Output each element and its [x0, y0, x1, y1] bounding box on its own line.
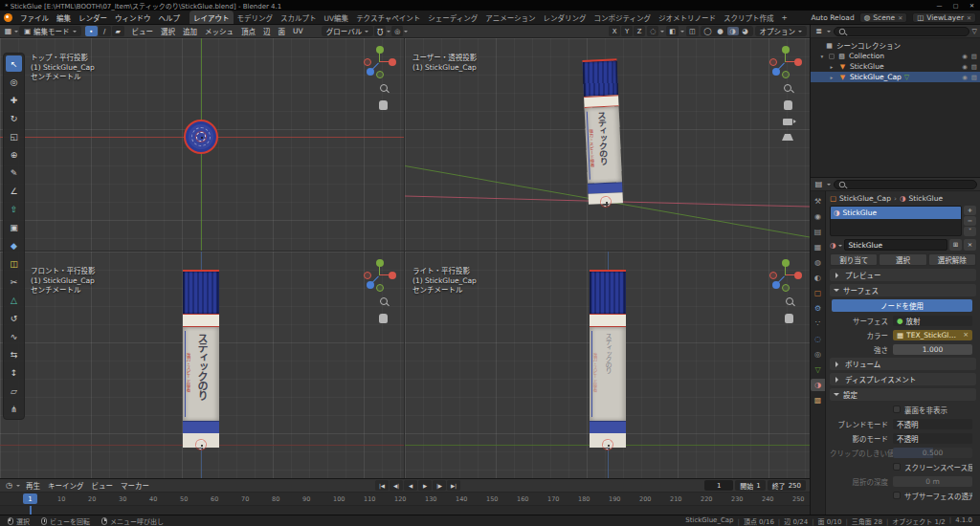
strength-slider[interactable]: 1.000	[893, 344, 972, 355]
show-gizmo-toggle[interactable]: ◌	[647, 26, 658, 36]
window-titlebar[interactable]: * StickGlue [E:\HTML\BOOTH\07_Item\スティック…	[0, 0, 980, 11]
tool-annotate[interactable]: ✎	[6, 164, 22, 181]
edge-select-mode[interactable]: ∕	[99, 26, 111, 36]
workspace-tab[interactable]: アニメーション	[481, 11, 539, 25]
viewlayer-selector[interactable]: ◫ ViewLayer ✕	[912, 12, 976, 23]
auto-reload-toggle[interactable]: Auto Reload	[811, 13, 854, 22]
playhead-line[interactable]	[30, 506, 32, 515]
menubar-item[interactable]: ヘルプ	[155, 12, 185, 23]
props-tab-output[interactable]: ▤	[811, 226, 825, 238]
filter-icon[interactable]: ▽	[972, 28, 977, 35]
props-tab-tool[interactable]: ⚒	[811, 195, 825, 208]
settings-section-header[interactable]: 設定	[830, 388, 976, 401]
menubar-item[interactable]: ファイル	[16, 12, 53, 23]
frame-end-field[interactable]: 終了250	[768, 480, 806, 491]
props-tab-material[interactable]: ◑	[811, 379, 825, 391]
mirror-axis-toggle[interactable]: X	[609, 26, 620, 36]
face-select-mode[interactable]: ▰	[112, 26, 124, 36]
unlink-viewlayer-icon[interactable]: ✕	[967, 14, 971, 21]
gizmo-y-neg[interactable]	[376, 71, 384, 78]
expand-arrow-icon[interactable]: ▾	[818, 54, 826, 59]
scene-selector[interactable]: ◍ Scene ✕	[859, 12, 907, 23]
outliner-search-input[interactable]	[849, 28, 965, 35]
screen-space-refraction-checkbox[interactable]	[893, 463, 901, 471]
blender-logo-icon[interactable]	[4, 13, 12, 22]
color-texture-button[interactable]: ▦ TEX_StickGlue.png ×	[893, 330, 972, 340]
viewport-menu-item[interactable]: 辺	[259, 26, 275, 36]
tool-transform[interactable]: ⊕	[6, 146, 22, 163]
disable-render-icon[interactable]: ▨	[971, 74, 977, 81]
workspace-tab[interactable]: スクリプト作成	[720, 11, 778, 25]
timeline-menu-item[interactable]: キーイング	[44, 480, 88, 491]
pan-hand-icon[interactable]	[379, 314, 388, 323]
shading-material-preview-icon[interactable]: ◑	[727, 27, 739, 35]
navigation-gizmo[interactable]	[771, 48, 800, 77]
viewport-user[interactable]: 強力・スピード接着 スティックのり ユーザー・透視投影 (1) StickGlu…	[405, 38, 810, 252]
assign-button[interactable]: 割り当て	[830, 253, 878, 266]
menubar-item[interactable]: レンダー	[75, 12, 111, 23]
shading-rendered-icon[interactable]: ◕	[740, 27, 751, 35]
transform-orientation-dropdown[interactable]: グローバル	[322, 26, 373, 36]
props-tab-world[interactable]: ◐	[811, 272, 825, 284]
props-tab-particles[interactable]: ∵	[811, 318, 825, 330]
viewport-menu-item[interactable]: ビュー	[128, 26, 158, 36]
surface-shader-dropdown[interactable]: ● 放射	[893, 316, 972, 326]
viewport-menu-item[interactable]: 選択	[157, 26, 179, 36]
prev-keyframe-button[interactable]: ◀|	[390, 480, 403, 491]
gizmo-y-axis[interactable]	[782, 46, 790, 54]
subsurface-translucency-checkbox[interactable]	[893, 492, 901, 499]
xray-toggle[interactable]: ◫	[686, 26, 699, 36]
props-tab-object[interactable]: ▢	[811, 287, 825, 299]
zoom-icon[interactable]	[380, 297, 388, 305]
workspace-tab[interactable]: モデリング	[234, 11, 278, 25]
gizmo-x-axis[interactable]	[794, 58, 802, 66]
gizmo-x-axis[interactable]	[389, 58, 396, 66]
pan-hand-icon[interactable]	[784, 100, 792, 110]
slot-specials-button[interactable]: ˅	[964, 227, 976, 236]
surface-section-header[interactable]: サーフェス	[830, 284, 976, 296]
zoom-icon[interactable]	[380, 84, 388, 92]
outliner-row[interactable]: ▸ ▼ StickGlue ◉ ▨	[811, 61, 980, 72]
snap-options-caret-icon[interactable]	[387, 31, 390, 34]
refraction-depth-field[interactable]: 0 m	[893, 476, 972, 487]
jump-to-end-button[interactable]: ▶|	[447, 480, 460, 491]
workspace-tab[interactable]: レンダリング	[540, 11, 590, 25]
editor-type-icon[interactable]: ▦	[3, 27, 13, 35]
add-slot-button[interactable]: +	[964, 206, 976, 215]
close-button[interactable]: ✕	[964, 0, 980, 11]
menubar-item[interactable]: 編集	[53, 12, 75, 23]
props-tab-render[interactable]: ◉	[811, 210, 825, 223]
gizmo-z-axis[interactable]	[772, 281, 780, 289]
camera-view-icon[interactable]	[783, 119, 792, 125]
outliner-editor-icon[interactable]: ≣	[813, 27, 824, 35]
expand-arrow-icon[interactable]: ▸	[828, 64, 835, 70]
tool-move[interactable]: ✚	[6, 92, 22, 108]
gizmo-x-neg[interactable]	[364, 272, 371, 279]
zoom-icon[interactable]	[784, 84, 791, 92]
workspace-tab[interactable]: ジオメトリノード	[655, 11, 720, 25]
properties-editor-icon[interactable]: ▤	[813, 180, 824, 188]
workspace-tab[interactable]: スカルプト	[277, 11, 321, 25]
tool-rip-region[interactable]: ⋔	[6, 401, 22, 417]
outliner-row[interactable]: ▦ シーンコレクション	[811, 40, 980, 51]
props-tab-texture[interactable]: ▩	[811, 394, 825, 406]
gizmo-x-axis[interactable]	[794, 272, 802, 279]
properties-search-input[interactable]	[849, 181, 972, 188]
collection-checkbox[interactable]	[829, 54, 835, 59]
use-nodes-button[interactable]: ノードを使用	[832, 299, 972, 312]
outliner-row[interactable]: ▸ ▼ StickGlue_Cap ▽ ◉ ▨	[811, 72, 980, 82]
tool-edge-slide[interactable]: ⇆	[6, 346, 22, 362]
shading-solid-icon[interactable]: ●	[715, 27, 726, 35]
gizmo-z-axis[interactable]	[367, 281, 374, 289]
outliner-search[interactable]	[834, 27, 969, 36]
properties-search[interactable]	[834, 180, 977, 189]
tool-loop-cut[interactable]: ◫	[6, 255, 22, 272]
volume-section-header[interactable]: ボリューム	[830, 358, 976, 370]
play-button[interactable]: ▶	[418, 480, 432, 491]
timeline-editor-icon[interactable]: ◷	[4, 481, 14, 490]
glue-cap[interactable]	[582, 58, 618, 97]
expand-arrow-icon[interactable]: ▸	[828, 75, 835, 80]
props-tab-scene[interactable]: ◍	[811, 256, 825, 269]
gizmo-z-axis[interactable]	[367, 68, 374, 76]
frame-start-field[interactable]: 開始1	[735, 480, 765, 491]
